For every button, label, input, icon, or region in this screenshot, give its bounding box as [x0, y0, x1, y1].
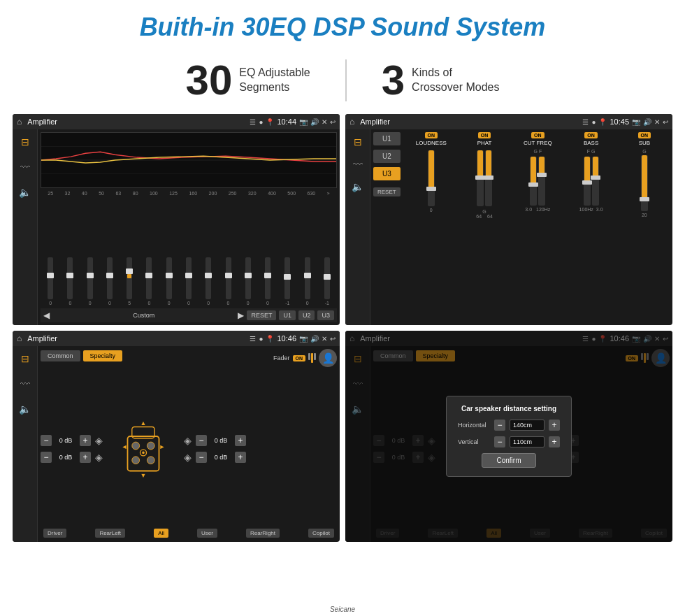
cx-sub-slider[interactable]	[641, 155, 648, 211]
dialog-horizontal-plus[interactable]: +	[549, 420, 560, 431]
camera-icon-cx[interactable]: 📷	[632, 118, 640, 126]
stat-cx-desc2: Crossover Modes	[412, 80, 499, 95]
cx-cutfreq-on[interactable]: ON	[531, 132, 545, 138]
close-icon[interactable]: ✕	[322, 118, 327, 126]
sp-speaker-icon[interactable]: 🔈	[16, 401, 34, 417]
dialog-vertical-minus[interactable]: −	[494, 436, 505, 447]
dialog-horizontal-minus[interactable]: −	[494, 420, 505, 431]
sp-user-btn[interactable]: User	[197, 529, 217, 538]
cx-loudness-on[interactable]: ON	[425, 132, 438, 138]
volume-icon[interactable]: 🔊	[310, 118, 319, 126]
eq-slider-6: 0	[146, 257, 152, 306]
cx-bass-slider1[interactable]	[584, 157, 591, 206]
cx-bass-slider2[interactable]	[592, 157, 599, 206]
pin-icon: 📍	[266, 118, 274, 126]
close-icon-cx[interactable]: ✕	[654, 118, 660, 126]
sp-all-btn[interactable]: All	[154, 529, 168, 538]
sp-left1-plus[interactable]: +	[80, 435, 91, 446]
cx-cutfreq-slider1[interactable]	[530, 157, 537, 206]
sp-tab-common[interactable]: Common	[41, 350, 80, 361]
close-icon-sp[interactable]: ✕	[322, 335, 327, 343]
stat-eq: 30 EQ Adjustable Segments	[151, 56, 345, 104]
sp-driver-btn[interactable]: Driver	[43, 529, 66, 538]
status-bar-eq: ⌂ Amplifier ☰ ● 📍 10:44 📷 🔊 ✕ ↩	[13, 114, 340, 129]
volume-icon-cx[interactable]: 🔊	[643, 118, 651, 126]
cx-u3-btn[interactable]: U3	[373, 167, 401, 180]
eq-bottom-bar: ◀ Custom ▶ RESET U1 U2 U3	[41, 308, 337, 322]
eq-speaker-icon[interactable]: 🔈	[16, 184, 34, 201]
camera-icon-sp[interactable]: 📷	[299, 335, 308, 343]
eq-sliders: 0 0 0	[41, 197, 337, 307]
camera-icon[interactable]: 📷	[299, 118, 308, 126]
cx-reset-btn[interactable]: RESET	[373, 187, 401, 196]
home-icon[interactable]: ⌂	[17, 117, 22, 127]
cx-sub-on[interactable]: ON	[638, 132, 651, 138]
home-icon-sp[interactable]: ⌂	[17, 334, 22, 343]
menu-icon-sp[interactable]: ☰	[250, 335, 256, 343]
sp-wave-icon[interactable]: 〰	[17, 375, 33, 392]
sp-rearleft-btn[interactable]: RearLeft	[95, 529, 125, 538]
home-icon-cx[interactable]: ⌂	[349, 117, 354, 127]
menu-icon[interactable]: ☰	[250, 118, 256, 126]
cx-u2-btn[interactable]: U2	[373, 150, 401, 163]
screen-speaker: ⌂ Amplifier ☰ ● 📍 10:46 📷 🔊 ✕ ↩ ⊟ 〰 🔈 Co…	[13, 331, 340, 542]
cx-phat-slider2[interactable]	[485, 150, 492, 206]
cx-phat: ON PHAT	[459, 132, 510, 322]
dialog-vertical-value[interactable]: 110cm	[510, 436, 545, 447]
sp-sidebar: ⊟ 〰 🔈	[13, 346, 38, 542]
sp-rearright-btn[interactable]: RearRight	[246, 529, 280, 538]
sp-sliders-icon[interactable]: ⊟	[18, 350, 32, 367]
eq-reset-btn[interactable]: RESET	[247, 310, 276, 320]
sp-left2-minus[interactable]: −	[41, 452, 52, 463]
eq-slider-3: 0	[87, 257, 93, 306]
eq-next-btn[interactable]: ▶	[238, 310, 244, 320]
cx-wave-icon[interactable]: 〰	[350, 156, 366, 173]
menu-icon-cx[interactable]: ☰	[582, 118, 589, 126]
sp-fader-on[interactable]: ON	[293, 355, 306, 361]
volume-icon-sp[interactable]: 🔊	[310, 335, 319, 343]
sp-right2-plus[interactable]: +	[235, 452, 246, 463]
sp-right1-minus[interactable]: −	[196, 435, 207, 446]
cx-speaker-icon[interactable]: 🔈	[349, 178, 366, 195]
cx-sub-name: SUB	[639, 140, 650, 146]
cx-bass-on[interactable]: ON	[584, 132, 598, 138]
sp-left2-plus[interactable]: +	[80, 452, 91, 463]
cx-loudness-slider[interactable]	[428, 150, 435, 206]
eq-slider-15: -1	[324, 257, 330, 306]
eq-wave-icon[interactable]: 〰	[17, 159, 33, 176]
eq-slider-14: 0	[305, 257, 310, 306]
pin-icon-cx: 📍	[598, 118, 607, 126]
sp-title: Amplifier	[27, 334, 247, 343]
eq-sliders-icon[interactable]: ⊟	[18, 134, 32, 150]
sp-right1-speaker-icon: ◈	[184, 435, 192, 446]
dialog-horizontal-value[interactable]: 140cm	[510, 420, 545, 431]
eq-prev-btn[interactable]: ◀	[43, 310, 50, 320]
sp-right2-minus[interactable]: −	[196, 452, 207, 463]
sp-profile-icon[interactable]: 👤	[319, 349, 337, 367]
eq-u2-btn[interactable]: U2	[298, 310, 315, 320]
cx-phat-on[interactable]: ON	[478, 132, 491, 138]
eq-slider-8: 0	[186, 257, 192, 306]
stat-eq-desc2: Segments	[239, 80, 310, 95]
dialog-vertical-plus[interactable]: +	[549, 436, 560, 447]
sp-left1-minus[interactable]: −	[41, 435, 52, 446]
cx-u1-btn[interactable]: U1	[373, 132, 401, 145]
back-icon[interactable]: ↩	[330, 118, 336, 126]
cx-cutfreq-slider2[interactable]	[538, 157, 545, 206]
sp-right1-plus[interactable]: +	[235, 435, 246, 446]
cx-sliders-icon[interactable]: ⊟	[351, 134, 365, 150]
confirm-button[interactable]: Confirm	[482, 453, 535, 468]
eq-slider-12: 0	[265, 257, 271, 306]
back-icon-cx[interactable]: ↩	[663, 118, 668, 126]
sp-left-channel-2: − 0 dB + ◈	[41, 452, 103, 463]
stat-cx: 3 Kinds of Crossover Modes	[347, 56, 535, 104]
eq-u1-btn[interactable]: U1	[279, 310, 296, 320]
cx-phat-slider1[interactable]	[477, 150, 484, 206]
eq-u3-btn[interactable]: U3	[317, 310, 334, 320]
sp-tab-specialty[interactable]: Specialty	[83, 350, 123, 361]
cx-channels: ON LOUDNESS 0 ON PHAT	[406, 132, 670, 322]
sp-copilot-btn[interactable]: Copilot	[308, 529, 334, 538]
watermark: Seicane	[330, 606, 355, 613]
back-icon-sp[interactable]: ↩	[330, 335, 336, 343]
dialog-horizontal-label: Horizontal	[458, 422, 490, 429]
